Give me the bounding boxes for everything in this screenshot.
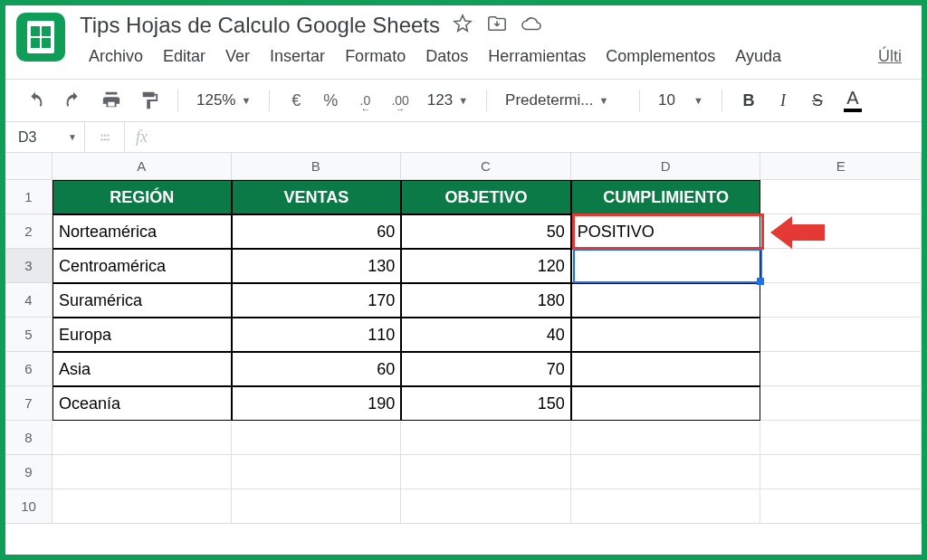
cell[interactable] [760, 249, 922, 283]
cell[interactable] [760, 180, 922, 214]
increase-decimal-button[interactable]: .00 → [386, 87, 414, 114]
paint-format-button[interactable] [134, 87, 165, 114]
cell[interactable]: Centroamérica [53, 249, 232, 283]
cell[interactable] [571, 318, 761, 352]
format-percent-button[interactable]: % [317, 87, 344, 114]
menu-datos[interactable]: Datos [416, 43, 477, 70]
cell[interactable] [401, 489, 571, 524]
column-header-b[interactable]: B [232, 153, 402, 180]
cell[interactable]: Europa [53, 318, 232, 352]
redo-button[interactable] [58, 87, 89, 114]
menu-herramientas[interactable]: Herramientas [479, 43, 595, 70]
cell[interactable]: 110 [232, 318, 402, 352]
name-box[interactable]: D3 ▼ [5, 122, 85, 152]
cell[interactable] [760, 283, 922, 318]
row-header[interactable]: 3 [5, 249, 53, 283]
cell[interactable]: 150 [401, 386, 571, 421]
cell[interactable]: Oceanía [53, 386, 232, 421]
font-select[interactable]: Predetermi... ▼ [500, 91, 626, 109]
cell[interactable]: 60 [232, 214, 402, 249]
cell[interactable] [760, 318, 922, 352]
row-header[interactable]: 2 [5, 214, 53, 249]
menu-complementos[interactable]: Complementos [597, 43, 724, 70]
row-header[interactable]: 10 [5, 489, 53, 524]
cell[interactable]: CUMPLIMIENTO [571, 180, 761, 214]
row-header[interactable]: 1 [5, 180, 53, 214]
undo-button[interactable] [20, 87, 51, 114]
cell[interactable] [232, 489, 402, 524]
cell[interactable] [53, 455, 232, 489]
menu-ver[interactable]: Ver [216, 43, 259, 70]
cell[interactable] [232, 421, 402, 455]
cell[interactable] [760, 352, 922, 386]
cell[interactable]: 40 [401, 318, 571, 352]
cell[interactable] [232, 455, 402, 489]
cell[interactable] [760, 386, 922, 421]
menu-editar[interactable]: Editar [154, 43, 215, 70]
cell[interactable]: POSITIVO [571, 214, 761, 249]
row-header[interactable]: 6 [5, 352, 53, 386]
cell[interactable]: 190 [232, 386, 402, 421]
document-title[interactable]: Tips Hojas de Calculo Google Sheets [80, 13, 440, 38]
font-size-select[interactable]: 10 ▼ [653, 91, 709, 109]
cell[interactable]: REGIÓN [53, 180, 232, 214]
cell[interactable] [53, 421, 232, 455]
row-header[interactable]: 8 [5, 421, 53, 455]
column-header-e[interactable]: E [760, 153, 922, 180]
cell[interactable] [571, 352, 761, 386]
cloud-status-icon[interactable] [521, 14, 541, 37]
more-formats-button[interactable]: 123 ▼ [422, 91, 473, 109]
column-header-d[interactable]: D [571, 153, 761, 180]
cell[interactable] [571, 249, 761, 283]
menu-archivo[interactable]: Archivo [80, 43, 152, 70]
cell[interactable]: OBJETIVO [401, 180, 571, 214]
cell[interactable]: 170 [232, 283, 402, 318]
format-currency-button[interactable]: € [282, 87, 310, 114]
cell[interactable] [571, 386, 761, 421]
cell[interactable] [571, 421, 761, 455]
cell[interactable]: Suramérica [53, 283, 232, 318]
select-all-corner[interactable] [5, 153, 53, 180]
row-header[interactable]: 4 [5, 283, 53, 318]
cell[interactable] [401, 455, 571, 489]
decrease-decimal-button[interactable]: .0 ← [351, 87, 378, 114]
strikethrough-button[interactable]: S [804, 87, 831, 114]
print-button[interactable] [96, 87, 127, 114]
last-edit-link[interactable]: Últi [869, 43, 911, 70]
cell[interactable] [760, 421, 922, 455]
cell[interactable] [571, 489, 761, 524]
zoom-select[interactable]: 125% ▼ [191, 91, 256, 109]
row-header[interactable]: 5 [5, 318, 53, 352]
cell[interactable]: 60 [232, 352, 402, 386]
cell[interactable]: VENTAS [232, 180, 402, 214]
cell[interactable]: 130 [232, 249, 402, 283]
cell[interactable] [53, 489, 232, 524]
cell[interactable]: 180 [401, 283, 571, 318]
formula-bar-resize-handle[interactable] [85, 122, 125, 152]
cell[interactable] [571, 283, 761, 318]
cell[interactable]: 120 [401, 249, 571, 283]
sheets-logo[interactable] [16, 13, 65, 62]
cell[interactable]: 50 [401, 214, 571, 249]
cell[interactable] [571, 455, 761, 489]
move-to-drive-icon[interactable] [487, 14, 507, 37]
row-header[interactable]: 7 [5, 386, 53, 421]
bold-button[interactable]: B [735, 87, 762, 114]
menu-ayuda[interactable]: Ayuda [726, 43, 790, 70]
spreadsheet-grid[interactable]: A B C D E 1 REGIÓN VENTAS OBJETIVO CUMPL… [5, 153, 922, 555]
menu-formato[interactable]: Formato [336, 43, 415, 70]
row-header[interactable]: 9 [5, 455, 53, 489]
cell[interactable]: Norteamérica [53, 214, 232, 249]
column-header-c[interactable]: C [401, 153, 571, 180]
cell[interactable]: Asia [53, 352, 232, 386]
menu-insertar[interactable]: Insertar [261, 43, 334, 70]
cell[interactable] [401, 421, 571, 455]
star-icon[interactable] [453, 14, 473, 37]
cell[interactable] [760, 455, 922, 489]
column-header-a[interactable]: A [53, 153, 232, 180]
italic-button[interactable]: I [769, 87, 797, 114]
formula-input[interactable] [158, 122, 922, 152]
cell[interactable] [760, 489, 922, 524]
text-color-button[interactable]: A [838, 87, 867, 114]
cell[interactable]: 70 [401, 352, 571, 386]
